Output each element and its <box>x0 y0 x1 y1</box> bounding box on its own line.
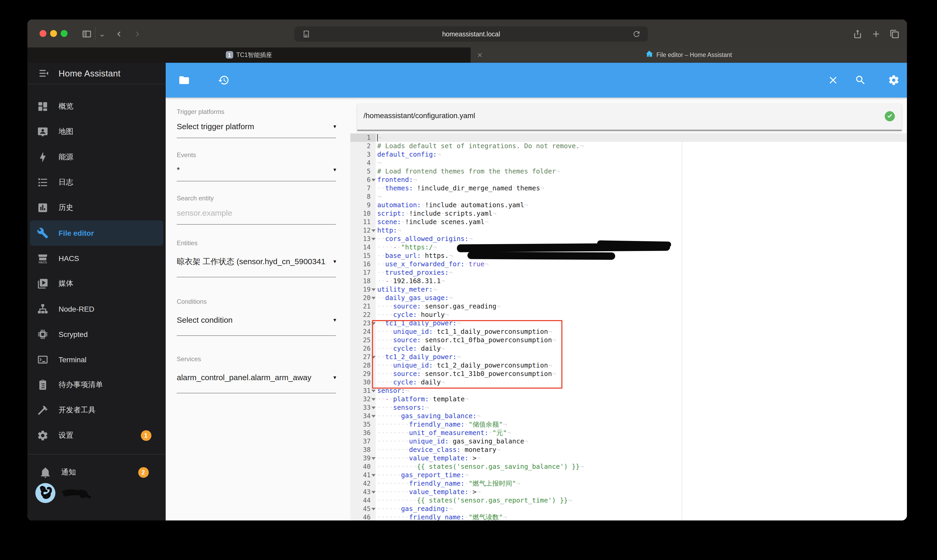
chevron-down-icon[interactable] <box>96 29 108 42</box>
gutter-line-number[interactable]: 32 <box>350 395 375 403</box>
close-icon[interactable] <box>826 74 839 86</box>
code-line-17[interactable]: ··trusted_proxies:¬ <box>375 268 907 277</box>
gutter-line-number[interactable]: 8 <box>350 192 375 201</box>
gutter-line-number[interactable]: 11 <box>350 218 375 226</box>
code-line-10[interactable]: script:·!include·scripts.yaml¬ <box>375 209 907 218</box>
code-line-34[interactable]: ······gas_saving_balance:¬ <box>375 412 907 420</box>
sidebar-item-node-red[interactable]: Node-RED <box>30 296 163 322</box>
sidebar-item-dev-tools[interactable]: 开发者工具 <box>30 398 163 423</box>
code-line-9[interactable]: automation:·!include·automations.yaml¬ <box>375 201 907 209</box>
select-value[interactable]: Select trigger platform <box>177 122 327 131</box>
tab-close-icon[interactable] <box>476 51 484 58</box>
gutter-line-number[interactable]: 44 <box>350 496 375 505</box>
tab-overview-icon[interactable] <box>888 28 901 40</box>
fold-arrow-icon[interactable] <box>371 178 375 181</box>
fold-arrow-icon[interactable] <box>371 288 375 291</box>
editor-gutter[interactable]: 1234567891011121314151617181920212223242… <box>350 134 375 520</box>
gutter-line-number[interactable]: 3 <box>350 150 375 159</box>
sidebar-toggle-icon[interactable] <box>80 28 93 40</box>
fold-arrow-icon[interactable] <box>371 322 375 325</box>
code-line-46[interactable]: ········friendly_name:·"燃气读数"¬ <box>375 513 907 520</box>
sidebar-item-terminal[interactable]: Terminal <box>30 347 163 372</box>
code-line-1[interactable]: ¬ <box>375 134 907 142</box>
code-line-27[interactable]: ··tc1_2_daily_power:¬ <box>375 353 907 361</box>
gutter-line-number[interactable]: 15 <box>350 252 375 260</box>
gutter-line-number[interactable]: 18 <box>350 277 375 285</box>
fold-arrow-icon[interactable] <box>371 508 375 510</box>
fold-arrow-icon[interactable] <box>371 491 375 493</box>
gutter-line-number[interactable]: 22 <box>350 311 375 319</box>
code-line-38[interactable]: ········device_class:·monetary¬ <box>375 446 907 454</box>
code-line-37[interactable]: ········unique_id:·gas_saving_balance¬ <box>375 437 907 446</box>
file-path-field[interactable]: /homeassistant/configuration.yaml <box>357 104 902 131</box>
fold-arrow-icon[interactable] <box>371 406 375 409</box>
dropdown-arrow-icon[interactable]: ▼ <box>332 167 337 172</box>
sidebar-item-media[interactable]: 媒体 <box>30 271 163 296</box>
code-line-29[interactable]: ····source:·sensor.tc1_31b0_powerconsump… <box>375 370 907 378</box>
code-line-11[interactable]: scene:·!include·scenes.yaml¬ <box>375 218 907 226</box>
code-line-21[interactable]: ····source:·sensor.gas_reading¬ <box>375 302 907 311</box>
sidebar-item-logbook[interactable]: 日志 <box>30 170 163 195</box>
gutter-line-number[interactable]: 2 <box>350 142 375 150</box>
code-line-43[interactable]: ········value_template:·>¬ <box>375 488 907 496</box>
code-line-22[interactable]: ····cycle:·hourly¬ <box>375 311 907 319</box>
select-value[interactable]: alarm_control_panel.alarm_arm_away <box>177 372 327 382</box>
select-value[interactable]: 晾衣架 工作状态 (sensor.hyd_cn_5900341… <box>177 257 327 266</box>
code-line-45[interactable]: ······gas_reading:¬ <box>375 505 907 513</box>
code-editor[interactable]: 1234567891011121314151617181920212223242… <box>350 134 907 520</box>
sidebar-item-energy[interactable]: 能源 <box>30 145 163 170</box>
gutter-line-number[interactable]: 6 <box>350 175 375 184</box>
code-line-31[interactable]: sensor:¬ <box>375 386 907 395</box>
history-icon[interactable] <box>217 74 230 86</box>
gutter-line-number[interactable]: 36 <box>350 429 375 437</box>
gutter-line-number[interactable]: 28 <box>350 361 375 370</box>
gutter-line-number[interactable]: 12 <box>350 226 375 235</box>
sidebar-item-history[interactable]: 历史 <box>30 195 163 220</box>
fold-arrow-icon[interactable] <box>371 356 375 358</box>
code-line-41[interactable]: ······gas_report_time:¬ <box>375 471 907 479</box>
gutter-line-number[interactable]: 16 <box>350 260 375 268</box>
gutter-line-number[interactable]: 30 <box>350 378 375 386</box>
window-close-button[interactable] <box>40 30 46 37</box>
fold-arrow-icon[interactable] <box>371 389 375 392</box>
tab-file-editor[interactable]: File editor – Home Assistant <box>470 48 907 63</box>
gutter-line-number[interactable]: 25 <box>350 336 375 344</box>
fold-arrow-icon[interactable] <box>371 415 375 417</box>
fold-arrow-icon[interactable] <box>371 297 375 299</box>
code-line-23[interactable]: ··tc1_1_daily_power:¬ <box>375 319 907 328</box>
sidebar-item-map[interactable]: 地图 <box>30 119 163 145</box>
tab-tc1-smart-plug[interactable]: 1 TC1智能插座 <box>28 48 470 63</box>
gutter-line-number[interactable]: 34 <box>350 412 375 420</box>
dropdown-arrow-icon[interactable]: ▼ <box>332 124 337 129</box>
fold-arrow-icon[interactable] <box>371 238 375 240</box>
code-line-32[interactable]: ··-·platform:·template¬ <box>375 395 907 403</box>
code-line-28[interactable]: ····unique_id:·tc1_2_daily_powerconsumpt… <box>375 361 907 370</box>
fold-arrow-icon[interactable] <box>371 398 375 400</box>
gear-icon[interactable] <box>888 74 900 86</box>
gutter-line-number[interactable]: 9 <box>350 201 375 209</box>
gutter-line-number[interactable]: 46 <box>350 513 375 520</box>
code-line-5[interactable]: # Load frontend themes from the themes f… <box>375 167 907 175</box>
code-line-44[interactable]: ··········{{ states('sensor.gas_report_t… <box>375 496 907 505</box>
code-line-33[interactable]: ····sensors:¬ <box>375 403 907 412</box>
back-button-icon[interactable] <box>113 28 125 40</box>
code-line-7[interactable]: ··themes:·!include_dir_merge_named·theme… <box>375 184 907 192</box>
window-zoom-button[interactable] <box>61 30 68 37</box>
gutter-line-number[interactable]: 4 <box>350 159 375 167</box>
code-line-35[interactable]: ········friendly_name:·"储值余额"¬ <box>375 420 907 429</box>
reader-view-icon[interactable] <box>302 29 311 39</box>
code-line-2[interactable]: # Loads default set of integrations. Do … <box>375 142 907 150</box>
gutter-line-number[interactable]: 23 <box>350 319 375 328</box>
folder-icon[interactable] <box>177 74 190 86</box>
gutter-line-number[interactable]: 10 <box>350 209 375 218</box>
gutter-line-number[interactable]: 29 <box>350 370 375 378</box>
gutter-line-number[interactable]: 19 <box>350 285 375 294</box>
gutter-line-number[interactable]: 27 <box>350 353 375 361</box>
fold-arrow-icon[interactable] <box>371 474 375 477</box>
gutter-line-number[interactable]: 41 <box>350 471 375 479</box>
dropdown-arrow-icon[interactable]: ▼ <box>332 375 337 380</box>
code-line-40[interactable]: ··········{{ states('sensor.gas_saving_b… <box>375 462 907 471</box>
gutter-line-number[interactable]: 37 <box>350 437 375 446</box>
address-bar[interactable]: homeassistant.local <box>294 26 648 42</box>
code-line-16[interactable]: ··use_x_forwarded_for:·true¬ <box>375 260 907 268</box>
